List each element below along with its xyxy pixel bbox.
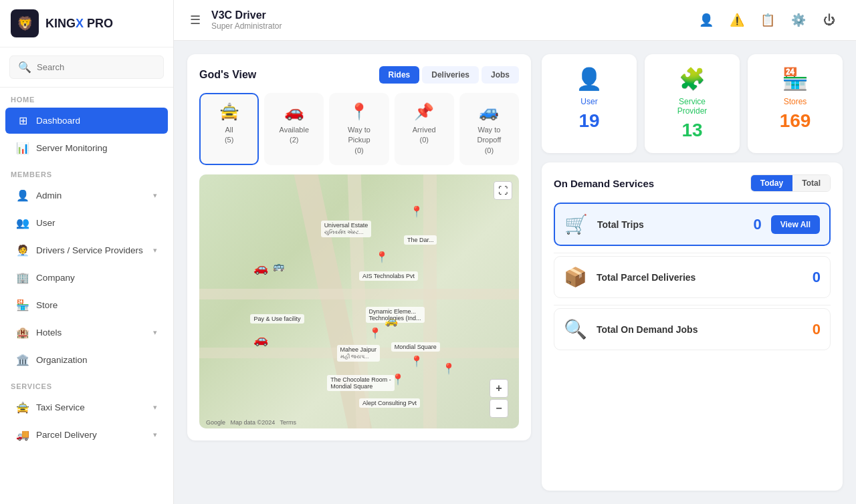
map-pin-1: 📍 [410,205,423,218]
search-icon: 🔍 [18,61,31,74]
sidebar-item-parcel-delivery[interactable]: 🚚 Parcel Delivery ▾ [5,422,168,448]
status-label-arrived: Arrived(0) [401,125,447,146]
available-icon: 🚗 [271,102,317,121]
search-section: 🔍 [0,47,173,88]
parcel-icon: 🚚 [16,428,29,441]
user-icon: 👥 [16,217,29,229]
divider-2 [554,305,831,305]
sidebar-item-server-monitoring[interactable]: 📊 Server Monitoring [5,135,168,161]
parcel-delivery-icon: 📦 [564,266,587,288]
parcel-count: 0 [813,269,821,286]
map-label-alept: Alept Consulting Pvt [359,398,420,408]
store-icon: 🏪 [16,299,29,311]
sidebar-item-store[interactable]: 🏪 Store [5,292,168,318]
stat-card-user: 👤 User 19 [542,54,637,153]
status-label-way-to-dropoff: Way to Dropoff(0) [466,125,512,156]
sidebar-item-user[interactable]: 👥 User [5,210,168,236]
section-home-label: HOME [0,88,173,106]
settings-icon[interactable]: ⚙️ [788,9,809,31]
demand-title: On Demand Services [554,178,654,189]
status-label-available: Available(2) [271,125,317,146]
user-stat-value: 19 [551,110,627,132]
sidebar-item-taxi-service[interactable]: 🚖 Taxi Service ▾ [5,394,168,420]
sidebar-item-label: Company [36,273,75,283]
menu-button[interactable]: ☰ [190,13,201,27]
alert-icon[interactable]: ⚠️ [726,9,748,31]
arrived-icon: 📌 [401,102,447,121]
map-label-ais: AIS Technolabs Pvt [359,271,418,281]
gods-view-header: God's View Rides Deliveries Jobs [199,66,519,84]
zoom-in-button[interactable]: + [490,379,508,398]
company-icon: 🏢 [16,271,29,284]
map-label-pay: Pay & Use facility [250,314,304,324]
tab-deliveries[interactable]: Deliveries [422,66,479,84]
status-label-way-to-pickup: Way to Pickup(0) [336,125,382,156]
map-car-4: 🚕 [385,314,398,327]
status-card-arrived[interactable]: 📌 Arrived(0) [395,93,454,165]
map-container: Universal Estateયુનિવર્સલ એસ્ટ... The Da… [199,174,519,428]
demand-tab-group: Today Total [750,174,831,192]
taxi-icon: 🚖 [16,401,29,414]
map-fullscreen-button[interactable]: ⛶ [494,181,512,200]
status-card-way-to-pickup[interactable]: 📍 Way to Pickup(0) [329,93,389,165]
sidebar-item-company[interactable]: 🏢 Company [5,265,168,291]
sidebar-item-label: Hotels [36,328,62,338]
demand-header: On Demand Services Today Total [554,174,831,192]
header-actions: 👤 ⚠️ 📋 ⚙️ ⏻ [696,9,840,31]
way-to-pickup-icon: 📍 [336,102,382,121]
power-icon[interactable]: ⏻ [819,9,840,31]
logo-x: X [76,17,84,30]
demand-tab-today[interactable]: Today [751,175,792,191]
search-input[interactable] [37,62,155,72]
section-members-label: MEMBERS [0,162,173,181]
sidebar-item-drivers-service-providers[interactable]: 🧑‍💼 Drivers / Service Providers ▾ [5,237,168,263]
tab-rides[interactable]: Rides [379,66,420,84]
map-label-mahee: Mahee Jaipurમહી જયપ... [337,345,381,362]
sidebar-item-admin[interactable]: 👤 Admin ▾ [5,182,168,209]
divider-1 [554,253,831,253]
map-car-1: 🚗 [253,261,268,275]
sidebar-item-dashboard[interactable]: ⊞ Dashboard [5,108,168,134]
parcel-label: Total Parcel Deliveries [597,272,803,283]
provider-stat-icon: 🧩 [654,66,730,92]
rides-tab-group: Rides Deliveries Jobs [379,66,519,84]
zoom-out-button[interactable]: − [490,399,508,418]
trips-label: Total Trips [597,219,744,230]
user-stat-icon: 👤 [551,66,627,92]
map-pin-6: 📍 [391,373,405,386]
stores-stat-value: 169 [757,110,833,132]
map-label-darc: The Dar... [404,235,437,245]
jobs-icon: 🔍 [564,318,587,340]
hotels-icon: 🏨 [16,326,29,339]
stat-card-stores: 🏪 Stores 169 [748,54,843,153]
search-box[interactable]: 🔍 [9,55,164,79]
right-panel: 👤 User 19 🧩 ServiceProvider 13 🏪 Stores … [542,54,843,491]
status-card-available[interactable]: 🚗 Available(2) [264,93,324,165]
sidebar-item-hotels[interactable]: 🏨 Hotels ▾ [5,320,168,346]
sidebar-item-organization[interactable]: 🏛️ Organization [5,347,168,373]
admin-icon: 👤 [16,189,29,202]
status-card-all[interactable]: 🚖 All(5) [199,93,259,165]
map-pin-3: 📍 [368,327,382,340]
demand-tab-total[interactable]: Total [792,175,830,191]
profile-icon[interactable]: 👤 [696,9,717,31]
view-all-button[interactable]: View All [771,215,820,234]
status-card-way-to-dropoff[interactable]: 🚙 Way to Dropoff(0) [459,93,519,165]
map-pin-2: 📍 [375,251,389,263]
demand-item-on-demand-jobs: 🔍 Total On Demand Jobs 0 [554,308,831,350]
tab-jobs[interactable]: Jobs [481,66,519,84]
notes-icon[interactable]: 📋 [757,9,778,31]
logo-text: KINGX PRO [45,17,113,31]
map-label-mondial: Mondial Square [391,342,440,352]
provider-stat-value: 13 [654,120,730,141]
on-demand-card: On Demand Services Today Total 🛒 Total T… [542,162,843,491]
page-subtitle: Super Administrator [211,21,687,31]
map-label-universal: Universal Estateયુનિવર્સલ એસ્ટ... [321,221,372,237]
sidebar-item-label: Organization [36,355,88,365]
jobs-count: 0 [813,321,821,338]
map-car-3: 🚗 [253,332,268,347]
left-panel: God's View Rides Deliveries Jobs 🚖 All(5… [187,54,531,491]
sidebar-item-label: User [36,218,56,228]
user-stat-label: User [551,97,627,106]
map-background: Universal Estateયુનિવર્સલ એસ્ટ... The Da… [199,174,519,428]
